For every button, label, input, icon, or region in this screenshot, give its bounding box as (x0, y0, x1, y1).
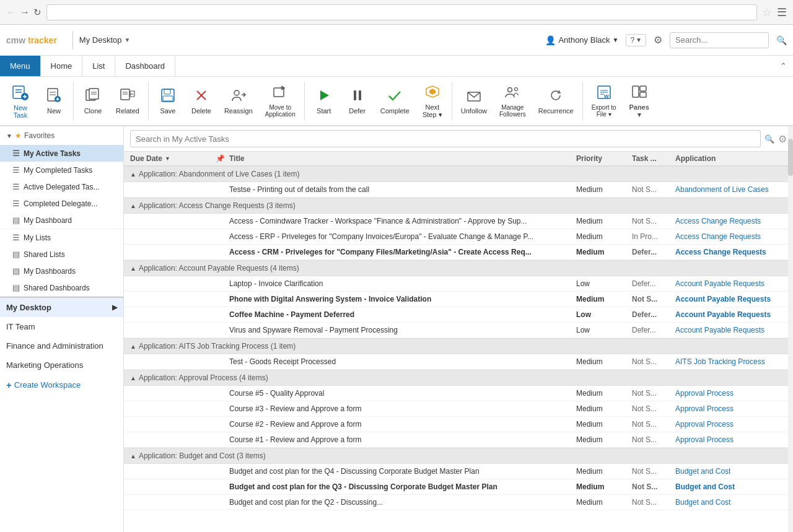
task-title[interactable]: Course #3 - Review and Approve a form (229, 404, 576, 413)
task-title[interactable]: Phone with Digital Answering System - In… (229, 295, 576, 303)
sidebar-item-my-dashboards[interactable]: ▤ My Dashboards (0, 263, 123, 279)
table-row[interactable]: Test - Goods Receipt Processed Medium No… (124, 354, 793, 370)
task-title[interactable]: Testse - Printing out of details from th… (229, 185, 576, 194)
task-application[interactable]: Budget and Cost (675, 482, 787, 491)
task-application[interactable]: Access Change Requests (675, 248, 787, 256)
table-row[interactable]: Laptop - Invoice Clarification Low Defer… (124, 276, 793, 292)
table-row[interactable]: Course #3 - Review and Approve a form Me… (124, 401, 793, 417)
help-button[interactable]: ? ▼ (626, 34, 646, 46)
tab-menu[interactable]: Menu (0, 56, 41, 76)
tab-list[interactable]: List (82, 56, 115, 76)
search-icon[interactable]: 🔍 (776, 35, 787, 45)
task-title[interactable]: Course #2 - Review and Approve a form (229, 420, 576, 429)
save-button[interactable]: Save (152, 79, 183, 123)
clone-button[interactable]: Clone (77, 79, 108, 123)
address-bar[interactable] (46, 4, 757, 20)
tab-collapse-icon[interactable]: ⌃ (774, 56, 793, 76)
delete-button[interactable]: Delete (186, 79, 217, 123)
finance-admin-workspace[interactable]: Finance and Administration (0, 336, 123, 355)
group-header-budget[interactable]: ▲ Application: Budget and Cost (3 items) (124, 448, 793, 464)
group-header-abandonment[interactable]: ▲ Application: Abandonment of Live Cases… (124, 166, 793, 182)
content-search-icon[interactable]: 🔍 (765, 134, 774, 144)
recurrence-button[interactable]: Recurrence (533, 79, 579, 123)
defer-button[interactable]: Defer (342, 79, 373, 123)
group-header-access-change[interactable]: ▲ Application: Access Change Requests (3… (124, 198, 793, 214)
table-row[interactable]: Virus and Spyware Removal - Payment Proc… (124, 323, 793, 338)
task-title[interactable]: Access - ERP - Priveleges for "Company I… (229, 232, 576, 241)
task-application[interactable]: Approval Process (675, 404, 787, 413)
task-application[interactable]: Access Change Requests (675, 232, 787, 241)
sidebar-item-completed-delegated[interactable]: ☰ Completed Delegate... (0, 195, 123, 212)
settings-icon[interactable]: ⚙ (654, 34, 662, 46)
unfollow-button[interactable]: Unfollow (456, 79, 492, 123)
table-row[interactable]: Access - Comindware Tracker - Workspace … (124, 214, 793, 229)
table-row[interactable]: Coffee Machine - Payment Deferred Low De… (124, 307, 793, 323)
task-title[interactable]: Access - CRM - Priveleges for "Company F… (229, 248, 576, 256)
browser-menu-icon[interactable]: ☰ (777, 6, 787, 19)
table-row[interactable]: Access - CRM - Priveleges for "Company F… (124, 245, 793, 260)
task-application[interactable]: Abandonment of Live Cases (675, 185, 787, 194)
group-header-approval[interactable]: ▲ Application: Approval Process (4 items… (124, 370, 793, 386)
table-row[interactable]: Budget and cost plan for the Q2 - Discus… (124, 495, 793, 510)
it-team-workspace[interactable]: IT Team (0, 317, 123, 336)
bookmark-icon[interactable]: ☆ (762, 6, 772, 19)
table-row[interactable]: Course #1 - Review and Approve a form Me… (124, 432, 793, 448)
sidebar-item-shared-lists[interactable]: ▤ Shared Lists (0, 246, 123, 263)
table-row[interactable]: Budget and cost plan for the Q4 - Discus… (124, 464, 793, 479)
back-button[interactable]: ← (6, 7, 16, 18)
table-row[interactable]: Course #2 - Review and Approve a form Me… (124, 417, 793, 432)
sidebar-item-my-active-tasks[interactable]: ☰ My Active Tasks (0, 145, 123, 162)
export-to-file-button[interactable]: W Export toFile ▾ (587, 79, 621, 123)
task-title[interactable]: Course #5 - Quality Approval (229, 389, 576, 398)
col-header-priority[interactable]: Priority (576, 154, 632, 163)
sidebar-item-my-completed-tasks[interactable]: ☰ My Completed Tasks (0, 162, 123, 178)
task-application[interactable]: Budget and Cost (675, 498, 787, 507)
new-task-button[interactable]: NewTask (5, 79, 36, 123)
task-application[interactable]: Account Payable Requests (675, 295, 787, 303)
start-button[interactable]: Start (309, 79, 340, 123)
task-title[interactable]: Coffee Machine - Payment Deferred (229, 310, 576, 319)
task-application[interactable]: Access Change Requests (675, 217, 787, 225)
global-search-input[interactable] (670, 32, 769, 48)
task-application[interactable]: Account Payable Requests (675, 326, 787, 334)
task-application[interactable]: Approval Process (675, 389, 787, 398)
favorites-header[interactable]: ▼ ★ Favorites (0, 126, 123, 145)
task-title[interactable]: Virus and Spyware Removal - Payment Proc… (229, 326, 576, 334)
sidebar-item-my-lists[interactable]: ☰ My Lists (0, 229, 123, 246)
sidebar-item-my-dashboard[interactable]: ▤ My Dashboard (0, 212, 123, 229)
task-application[interactable]: Account Payable Requests (675, 279, 787, 288)
sidebar-item-active-delegated-tasks[interactable]: ☰ Active Delegated Tas... (0, 178, 123, 195)
task-application[interactable]: Approval Process (675, 435, 787, 444)
marketing-ops-workspace[interactable]: Marketing Operations (0, 355, 123, 375)
reassign-button[interactable]: Reassign (219, 79, 258, 123)
table-row[interactable]: Access - ERP - Priveleges for "Company I… (124, 229, 793, 245)
col-header-application[interactable]: Application (675, 154, 787, 163)
col-header-title[interactable]: Title (229, 154, 576, 163)
table-row[interactable]: Testse - Printing out of details from th… (124, 182, 793, 198)
group-header-account-payable[interactable]: ▲ Application: Account Payable Requests … (124, 260, 793, 276)
my-desktop-workspace[interactable]: My Desktop ▶ (0, 298, 123, 317)
move-to-application-button[interactable]: Move toApplication (260, 79, 300, 123)
table-row[interactable]: Phone with Digital Answering System - In… (124, 292, 793, 307)
task-application[interactable]: Approval Process (675, 420, 787, 429)
group-header-aits[interactable]: ▲ Application: AITS Job Tracking Process… (124, 338, 793, 354)
table-row[interactable]: Course #5 - Quality Approval Medium Not … (124, 386, 793, 401)
task-title[interactable]: Budget and cost plan for the Q3 - Discus… (229, 482, 576, 491)
next-step-button[interactable]: NextStep ▾ (417, 79, 448, 123)
tab-home[interactable]: Home (41, 56, 83, 76)
content-search-input[interactable] (130, 130, 761, 147)
related-button[interactable]: Related (111, 79, 144, 123)
task-application[interactable]: Account Payable Requests (675, 310, 787, 319)
user-info[interactable]: 👤 Anthony Black ▼ (545, 35, 618, 45)
task-title[interactable]: Laptop - Invoice Clarification (229, 279, 576, 288)
task-title[interactable]: Test - Goods Receipt Processed (229, 357, 576, 366)
task-title[interactable]: Budget and cost plan for the Q2 - Discus… (229, 498, 576, 507)
col-header-due-date[interactable]: Due Date ▼ (130, 154, 211, 163)
tab-dashboard[interactable]: Dashboard (115, 56, 175, 76)
task-title[interactable]: Access - Comindware Tracker - Workspace … (229, 217, 576, 225)
task-application[interactable]: AITS Job Tracking Process (675, 357, 787, 366)
col-header-task-status[interactable]: Task ... (632, 154, 675, 163)
new-button[interactable]: New (38, 79, 69, 123)
refresh-button[interactable]: ↻ (33, 7, 42, 18)
table-row[interactable]: Budget and cost plan for the Q3 - Discus… (124, 479, 793, 495)
